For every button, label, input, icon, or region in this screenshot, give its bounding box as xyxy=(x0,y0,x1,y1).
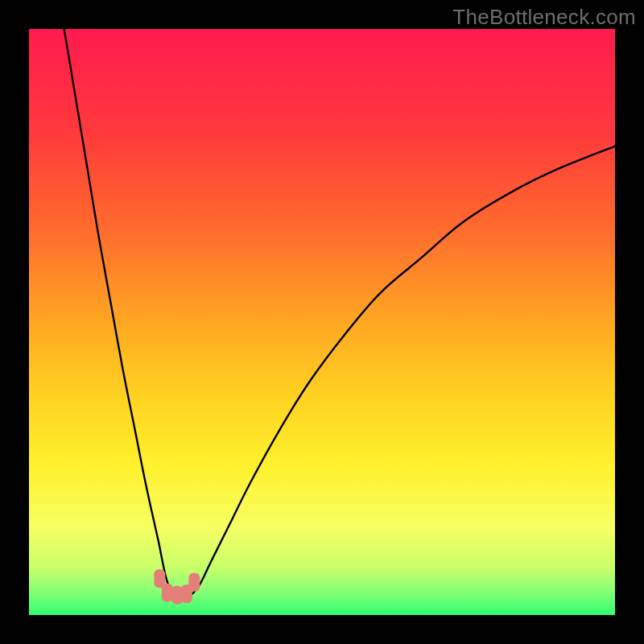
curve-marker xyxy=(188,573,200,592)
curve-marker xyxy=(162,584,173,602)
chart-frame: TheBottleneck.com xyxy=(0,0,644,644)
mismatch-curve xyxy=(64,29,615,600)
plot-area xyxy=(29,29,615,615)
watermark-text: TheBottleneck.com xyxy=(452,5,636,30)
curve-layer xyxy=(29,29,615,615)
